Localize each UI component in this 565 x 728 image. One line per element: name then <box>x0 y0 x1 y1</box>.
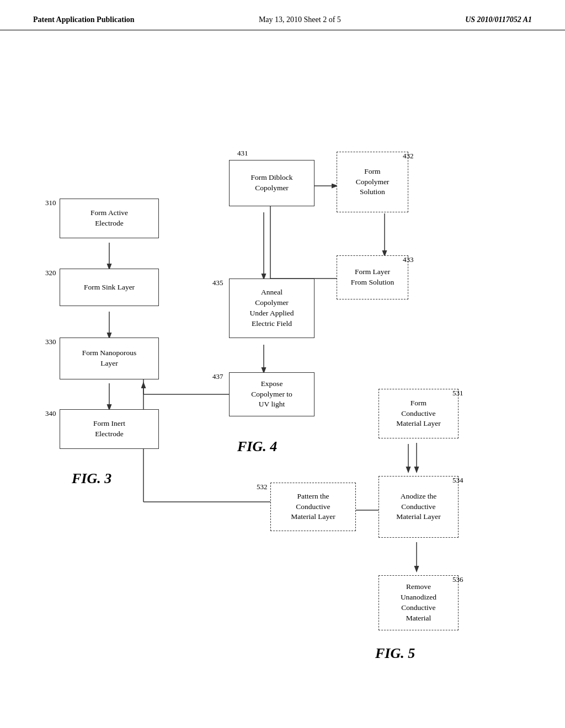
box-432: FormCopolymerSolution <box>337 152 408 212</box>
label-435: 435 <box>212 279 223 287</box>
fig4-label: FIG. 4 <box>237 438 277 455</box>
box-310-text: Form ActiveElectrode <box>90 208 128 229</box>
label-431: 431 <box>237 149 248 158</box>
label-532: 532 <box>257 483 268 491</box>
box-310: Form ActiveElectrode <box>60 199 159 238</box>
box-531-text: FormConductiveMaterial Layer <box>396 398 441 430</box>
box-536: RemoveUnanodizedConductiveMaterial <box>379 575 459 630</box>
box-340-text: Form InertElectrode <box>93 419 125 440</box>
box-330-text: Form NanoporousLayer <box>82 348 137 369</box>
header-right: US 2010/0117052 A1 <box>465 15 532 24</box>
box-536-text: RemoveUnanodizedConductiveMaterial <box>401 582 436 624</box>
label-340: 340 <box>45 409 56 418</box>
box-435: AnnealCopolymerUnder AppliedElectric Fie… <box>229 279 315 338</box>
box-431: Form DiblockCopolymer <box>229 160 315 206</box>
box-532-text: Pattern theConductiveMaterial Layer <box>291 491 335 523</box>
fig3-label: FIG. 3 <box>72 470 111 487</box>
box-340: Form InertElectrode <box>60 409 159 449</box>
fig5-label: FIG. 5 <box>375 645 415 662</box>
box-435-text: AnnealCopolymerUnder AppliedElectric Fie… <box>250 287 294 329</box>
box-437-text: ExposeCopolymer toUV light <box>251 379 292 410</box>
page-header: Patent Application Publication May 13, 2… <box>0 0 565 30</box>
label-437: 437 <box>212 372 223 381</box>
label-534: 534 <box>452 476 463 485</box>
label-433: 433 <box>403 255 414 264</box>
label-432: 432 <box>403 152 414 160</box>
box-534-text: Anodize theConductiveMaterial Layer <box>396 491 441 523</box>
label-531: 531 <box>452 389 463 398</box>
label-310: 310 <box>45 199 56 207</box>
box-534: Anodize theConductiveMaterial Layer <box>379 476 459 538</box>
header-left: Patent Application Publication <box>33 15 135 24</box>
box-431-text: Form DiblockCopolymer <box>250 173 292 194</box>
box-531: FormConductiveMaterial Layer <box>379 389 459 438</box>
diagram-area: Form ActiveElectrode 310 Form Sink Layer… <box>0 30 565 703</box>
box-320: Form Sink Layer <box>60 269 159 306</box>
label-320: 320 <box>45 269 56 277</box>
box-433: Form LayerFrom Solution <box>337 255 408 299</box>
box-437: ExposeCopolymer toUV light <box>229 372 315 416</box>
label-330: 330 <box>45 338 56 346</box>
box-432-text: FormCopolymerSolution <box>356 167 390 198</box>
box-532: Pattern theConductiveMaterial Layer <box>270 483 356 531</box>
box-330: Form NanoporousLayer <box>60 338 159 379</box>
box-433-text: Form LayerFrom Solution <box>351 267 394 288</box>
header-center: May 13, 2010 Sheet 2 of 5 <box>259 15 341 24</box>
label-536: 536 <box>452 575 463 584</box>
box-320-text: Form Sink Layer <box>84 282 135 293</box>
